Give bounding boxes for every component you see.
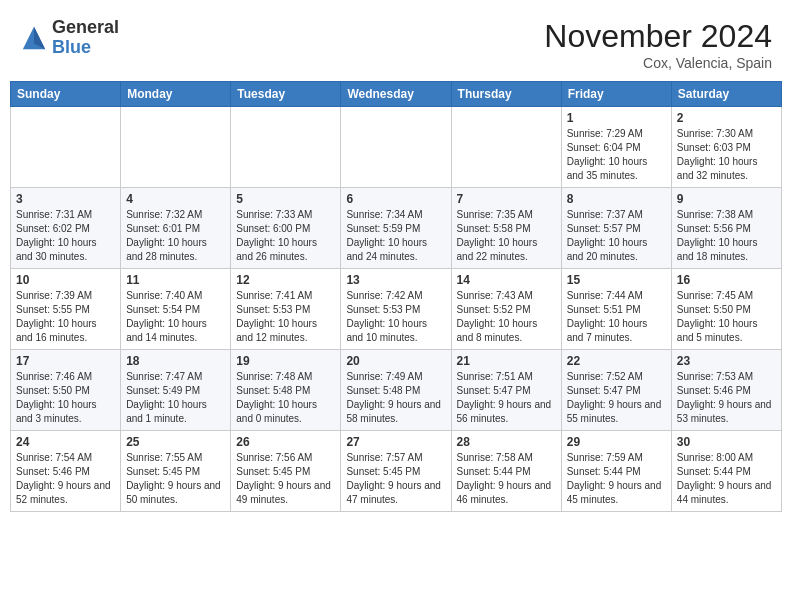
calendar-cell: 9Sunrise: 7:38 AMSunset: 5:56 PMDaylight… — [671, 188, 781, 269]
calendar-cell: 2Sunrise: 7:30 AMSunset: 6:03 PMDaylight… — [671, 107, 781, 188]
day-info: Sunrise: 7:53 AMSunset: 5:46 PMDaylight:… — [677, 370, 776, 426]
month-title: November 2024 — [544, 18, 772, 55]
day-info: Sunrise: 7:49 AMSunset: 5:48 PMDaylight:… — [346, 370, 445, 426]
calendar-cell: 11Sunrise: 7:40 AMSunset: 5:54 PMDayligh… — [121, 269, 231, 350]
day-info: Sunrise: 7:34 AMSunset: 5:59 PMDaylight:… — [346, 208, 445, 264]
calendar-week-row: 3Sunrise: 7:31 AMSunset: 6:02 PMDaylight… — [11, 188, 782, 269]
calendar-cell: 25Sunrise: 7:55 AMSunset: 5:45 PMDayligh… — [121, 431, 231, 512]
day-info: Sunrise: 7:42 AMSunset: 5:53 PMDaylight:… — [346, 289, 445, 345]
day-info: Sunrise: 7:43 AMSunset: 5:52 PMDaylight:… — [457, 289, 556, 345]
calendar-cell: 1Sunrise: 7:29 AMSunset: 6:04 PMDaylight… — [561, 107, 671, 188]
calendar-cell: 4Sunrise: 7:32 AMSunset: 6:01 PMDaylight… — [121, 188, 231, 269]
day-number: 25 — [126, 435, 225, 449]
weekday-header-saturday: Saturday — [671, 82, 781, 107]
day-number: 21 — [457, 354, 556, 368]
day-number: 9 — [677, 192, 776, 206]
day-number: 1 — [567, 111, 666, 125]
day-info: Sunrise: 7:47 AMSunset: 5:49 PMDaylight:… — [126, 370, 225, 426]
calendar-cell: 18Sunrise: 7:47 AMSunset: 5:49 PMDayligh… — [121, 350, 231, 431]
calendar-cell: 21Sunrise: 7:51 AMSunset: 5:47 PMDayligh… — [451, 350, 561, 431]
calendar-cell: 12Sunrise: 7:41 AMSunset: 5:53 PMDayligh… — [231, 269, 341, 350]
day-info: Sunrise: 7:35 AMSunset: 5:58 PMDaylight:… — [457, 208, 556, 264]
day-number: 14 — [457, 273, 556, 287]
day-number: 3 — [16, 192, 115, 206]
day-info: Sunrise: 7:56 AMSunset: 5:45 PMDaylight:… — [236, 451, 335, 507]
day-number: 10 — [16, 273, 115, 287]
weekday-header-thursday: Thursday — [451, 82, 561, 107]
calendar-week-row: 17Sunrise: 7:46 AMSunset: 5:50 PMDayligh… — [11, 350, 782, 431]
calendar-cell — [341, 107, 451, 188]
day-info: Sunrise: 7:44 AMSunset: 5:51 PMDaylight:… — [567, 289, 666, 345]
day-number: 19 — [236, 354, 335, 368]
calendar-cell: 5Sunrise: 7:33 AMSunset: 6:00 PMDaylight… — [231, 188, 341, 269]
day-number: 16 — [677, 273, 776, 287]
day-number: 7 — [457, 192, 556, 206]
calendar-cell: 30Sunrise: 8:00 AMSunset: 5:44 PMDayligh… — [671, 431, 781, 512]
day-info: Sunrise: 7:55 AMSunset: 5:45 PMDaylight:… — [126, 451, 225, 507]
day-number: 2 — [677, 111, 776, 125]
day-number: 17 — [16, 354, 115, 368]
calendar-cell: 29Sunrise: 7:59 AMSunset: 5:44 PMDayligh… — [561, 431, 671, 512]
day-info: Sunrise: 7:57 AMSunset: 5:45 PMDaylight:… — [346, 451, 445, 507]
day-info: Sunrise: 7:29 AMSunset: 6:04 PMDaylight:… — [567, 127, 666, 183]
day-number: 26 — [236, 435, 335, 449]
calendar-cell: 17Sunrise: 7:46 AMSunset: 5:50 PMDayligh… — [11, 350, 121, 431]
calendar-cell: 10Sunrise: 7:39 AMSunset: 5:55 PMDayligh… — [11, 269, 121, 350]
day-number: 27 — [346, 435, 445, 449]
day-number: 22 — [567, 354, 666, 368]
calendar-cell: 27Sunrise: 7:57 AMSunset: 5:45 PMDayligh… — [341, 431, 451, 512]
day-number: 20 — [346, 354, 445, 368]
day-number: 4 — [126, 192, 225, 206]
day-number: 28 — [457, 435, 556, 449]
day-info: Sunrise: 7:46 AMSunset: 5:50 PMDaylight:… — [16, 370, 115, 426]
day-info: Sunrise: 7:32 AMSunset: 6:01 PMDaylight:… — [126, 208, 225, 264]
day-number: 6 — [346, 192, 445, 206]
calendar-cell: 15Sunrise: 7:44 AMSunset: 5:51 PMDayligh… — [561, 269, 671, 350]
day-number: 5 — [236, 192, 335, 206]
day-info: Sunrise: 7:37 AMSunset: 5:57 PMDaylight:… — [567, 208, 666, 264]
day-number: 18 — [126, 354, 225, 368]
weekday-header-wednesday: Wednesday — [341, 82, 451, 107]
day-number: 30 — [677, 435, 776, 449]
weekday-header-friday: Friday — [561, 82, 671, 107]
logo-blue-text: Blue — [52, 38, 119, 58]
day-info: Sunrise: 7:51 AMSunset: 5:47 PMDaylight:… — [457, 370, 556, 426]
calendar-cell: 14Sunrise: 7:43 AMSunset: 5:52 PMDayligh… — [451, 269, 561, 350]
calendar-cell: 8Sunrise: 7:37 AMSunset: 5:57 PMDaylight… — [561, 188, 671, 269]
calendar-cell: 16Sunrise: 7:45 AMSunset: 5:50 PMDayligh… — [671, 269, 781, 350]
day-number: 24 — [16, 435, 115, 449]
location-text: Cox, Valencia, Spain — [544, 55, 772, 71]
calendar-cell: 19Sunrise: 7:48 AMSunset: 5:48 PMDayligh… — [231, 350, 341, 431]
weekday-header-row: SundayMondayTuesdayWednesdayThursdayFrid… — [11, 82, 782, 107]
day-number: 29 — [567, 435, 666, 449]
calendar-cell: 7Sunrise: 7:35 AMSunset: 5:58 PMDaylight… — [451, 188, 561, 269]
logo-icon — [20, 24, 48, 52]
day-info: Sunrise: 7:31 AMSunset: 6:02 PMDaylight:… — [16, 208, 115, 264]
weekday-header-tuesday: Tuesday — [231, 82, 341, 107]
logo: General Blue — [20, 18, 119, 58]
day-info: Sunrise: 7:52 AMSunset: 5:47 PMDaylight:… — [567, 370, 666, 426]
logo-general-text: General — [52, 18, 119, 38]
calendar-cell — [231, 107, 341, 188]
calendar-table: SundayMondayTuesdayWednesdayThursdayFrid… — [10, 81, 782, 512]
calendar-week-row: 24Sunrise: 7:54 AMSunset: 5:46 PMDayligh… — [11, 431, 782, 512]
day-info: Sunrise: 7:40 AMSunset: 5:54 PMDaylight:… — [126, 289, 225, 345]
calendar-cell: 24Sunrise: 7:54 AMSunset: 5:46 PMDayligh… — [11, 431, 121, 512]
calendar-cell: 6Sunrise: 7:34 AMSunset: 5:59 PMDaylight… — [341, 188, 451, 269]
day-info: Sunrise: 7:45 AMSunset: 5:50 PMDaylight:… — [677, 289, 776, 345]
day-number: 13 — [346, 273, 445, 287]
day-number: 11 — [126, 273, 225, 287]
day-info: Sunrise: 7:59 AMSunset: 5:44 PMDaylight:… — [567, 451, 666, 507]
logo-text: General Blue — [52, 18, 119, 58]
day-info: Sunrise: 7:41 AMSunset: 5:53 PMDaylight:… — [236, 289, 335, 345]
calendar-cell — [11, 107, 121, 188]
calendar-cell: 22Sunrise: 7:52 AMSunset: 5:47 PMDayligh… — [561, 350, 671, 431]
day-info: Sunrise: 8:00 AMSunset: 5:44 PMDaylight:… — [677, 451, 776, 507]
day-number: 23 — [677, 354, 776, 368]
weekday-header-monday: Monday — [121, 82, 231, 107]
day-info: Sunrise: 7:54 AMSunset: 5:46 PMDaylight:… — [16, 451, 115, 507]
calendar-cell: 23Sunrise: 7:53 AMSunset: 5:46 PMDayligh… — [671, 350, 781, 431]
calendar-cell: 28Sunrise: 7:58 AMSunset: 5:44 PMDayligh… — [451, 431, 561, 512]
calendar-cell: 13Sunrise: 7:42 AMSunset: 5:53 PMDayligh… — [341, 269, 451, 350]
calendar-week-row: 1Sunrise: 7:29 AMSunset: 6:04 PMDaylight… — [11, 107, 782, 188]
